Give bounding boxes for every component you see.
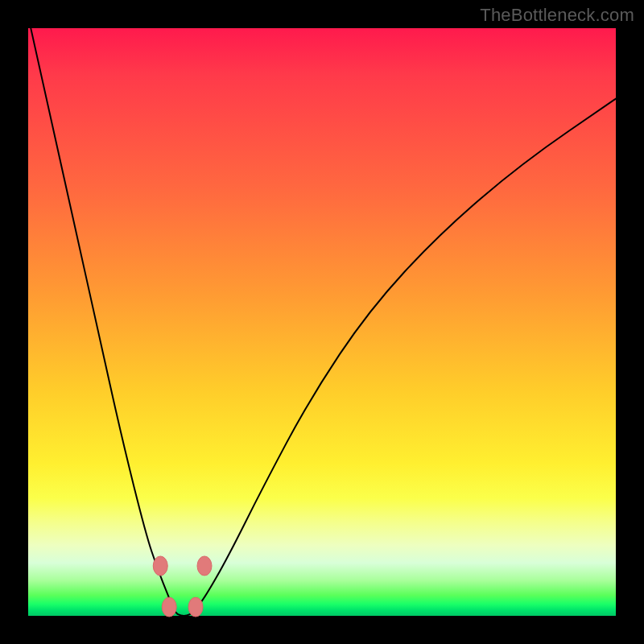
curve-layer xyxy=(28,28,616,616)
chart-frame: TheBottleneck.com xyxy=(0,0,644,644)
curve-marker xyxy=(197,556,212,576)
curve-marker xyxy=(153,556,167,576)
bottleneck-curve xyxy=(28,16,616,616)
curve-marker xyxy=(188,597,203,617)
watermark-text: TheBottleneck.com xyxy=(480,5,634,26)
plot-area xyxy=(28,28,616,616)
curve-marker xyxy=(162,597,176,617)
curve-markers xyxy=(153,556,212,617)
